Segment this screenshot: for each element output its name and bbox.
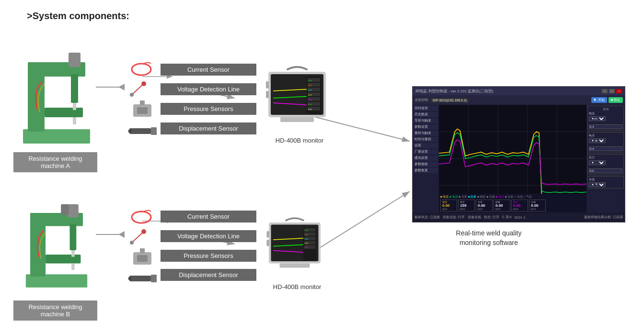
current-sensor-label-bottom: Current Sensor (161, 211, 256, 223)
svg-rect-76 (267, 231, 269, 238)
sw-nav-backup[interactable]: 参数恢复 (414, 168, 438, 173)
sw-nav-comm[interactable]: 通讯设置 (414, 156, 438, 161)
sw-group-displacement: 水温 ▼ 气压 (587, 176, 624, 189)
sw-current-input[interactable] (589, 124, 622, 129)
sw-start-btn[interactable]: ▶ 开始 (591, 97, 607, 103)
svg-rect-34 (140, 100, 145, 105)
svg-point-63 (141, 229, 146, 234)
pressure-sensor-icon-bottom (129, 248, 156, 267)
pressure-sensor-label-bottom: Pressure Sensors (161, 250, 256, 262)
svg-text:0.00: 0.00 (308, 89, 312, 91)
svg-rect-15 (45, 108, 83, 117)
sw-status-device: 设备信息: 打开 (443, 215, 465, 220)
svg-rect-23 (46, 255, 80, 263)
sw-nav-params[interactable]: 参数设置 (414, 124, 438, 130)
svg-rect-35 (129, 128, 151, 134)
sw-voltage-input[interactable] (589, 146, 622, 151)
sw-toolbar: 当前控制: IDP-8210(192.168.0.2) ▶ 开始 ■ 停止 (413, 95, 625, 105)
svg-line-62 (132, 232, 144, 243)
svg-rect-14 (71, 74, 78, 103)
svg-rect-78 (280, 264, 310, 268)
sw-nav-time[interactable]: 时间与量程 (414, 137, 438, 142)
sw-disp-select[interactable]: ▼ 气压 (589, 182, 606, 187)
svg-rect-66 (137, 255, 148, 262)
sw-stop-btn[interactable]: ■ 停止 (609, 97, 623, 103)
sw-status-bar: 服务状态: 已连接 设备信息: 打开 设备在线 状态: 打开 C 系:0 SCH… (413, 212, 625, 222)
monitor-bottom-label: HD-400B monitor (266, 283, 328, 290)
svg-text:0.00: 0.00 (308, 103, 312, 106)
sw-status-service: 服务状态: 已连接 (414, 215, 440, 220)
svg-point-61 (132, 212, 151, 223)
svg-text:3.00: 3.00 (305, 230, 308, 232)
welding-machine-a (13, 33, 100, 148)
machine-a-label: Resistance welding machine A (13, 152, 97, 172)
svg-rect-33 (137, 107, 148, 114)
displacement-sensor-icon-top (128, 123, 157, 138)
svg-rect-17 (73, 117, 76, 124)
sw-nav-trigger[interactable]: 导形与触发 (414, 118, 438, 123)
svg-rect-37 (128, 130, 131, 133)
svg-rect-67 (140, 248, 145, 253)
svg-rect-70 (128, 277, 131, 280)
sw-close-btn[interactable]: × (616, 89, 622, 93)
sw-nav-ok[interactable]: 设置 (414, 143, 438, 148)
displacement-sensor-label-bottom: Displacement Sensor (161, 269, 256, 281)
svg-text:0.00: 0.00 (308, 99, 312, 101)
svg-text:0.00: 0.00 (308, 108, 312, 111)
software-label: Real-time weld quality monitoring softwa… (441, 229, 537, 247)
svg-marker-7 (118, 231, 125, 238)
svg-marker-5 (118, 84, 125, 90)
sw-voltage-select[interactable]: ▼ div (589, 138, 606, 143)
svg-text:0.00: 0.00 (305, 243, 308, 245)
sw-status-right: 最新焊接结果分析: 已回调 (584, 215, 623, 220)
sw-nav-quality[interactable]: 量程与触发 (414, 131, 438, 136)
svg-text:0.00: 0.00 (305, 234, 308, 236)
svg-text:0.00: 0.00 (308, 84, 312, 87)
current-sensor-icon-top (127, 61, 156, 78)
sw-nav-check[interactable]: 参数验检 (414, 162, 438, 167)
svg-rect-77 (267, 240, 269, 246)
monitor-device-bottom: 3.00 0.00 0.00 0.00 0.00 (266, 214, 323, 278)
sw-nav-history[interactable]: 历史数据 (414, 112, 438, 117)
page-title: >System components: (27, 11, 129, 22)
svg-rect-16 (73, 103, 76, 110)
machine-b-label: Resistance welding machine B (13, 301, 97, 321)
welding-machine-b (13, 187, 100, 292)
sw-status-online: 设备在线 (468, 215, 481, 220)
pressure-sensor-icon-top (129, 100, 156, 120)
svg-rect-18 (69, 53, 80, 67)
svg-point-30 (141, 81, 146, 86)
svg-rect-25 (71, 263, 74, 270)
svg-rect-44 (266, 91, 269, 98)
sw-maximize-btn[interactable]: □ (609, 89, 615, 93)
sw-group-pressure: 压力 ▼ (587, 154, 624, 175)
svg-rect-36 (151, 127, 157, 135)
svg-text:3.00: 3.00 (308, 79, 312, 82)
svg-rect-24 (71, 250, 74, 257)
current-sensor-label-top: Current Sensor (161, 64, 256, 76)
svg-text:0.00: 0.00 (308, 94, 312, 96)
sw-status-sch: SCH: 1 (515, 216, 526, 219)
voltage-sensor-label-top: Voltage Detection Line (161, 83, 256, 95)
svg-text:0.00: 0.00 (305, 247, 308, 249)
sw-minimize-btn[interactable]: − (602, 89, 608, 93)
voltage-sensor-icon-bottom (127, 229, 156, 246)
svg-rect-45 (280, 117, 314, 122)
sw-nav-device[interactable]: 厂量设置 (414, 149, 438, 155)
svg-text:0.00: 0.00 (305, 238, 308, 240)
sw-pressure-input[interactable] (589, 168, 622, 173)
sw-current-select[interactable]: ▼mV/div (589, 116, 606, 121)
displacement-sensor-icon-bottom (128, 271, 157, 285)
sw-main-area: 实时波形 历史数据 导形与触发 参数设置 量程与触发 时间与量程 设置 厂量设置… (413, 105, 625, 212)
svg-rect-27 (61, 204, 69, 215)
pressure-sensor-label-top: Pressure Sensors (161, 103, 256, 115)
svg-rect-43 (266, 81, 269, 89)
sw-status-mode: C 系:0 (502, 215, 512, 220)
sw-nav-realtime[interactable]: 实时波形 (414, 106, 438, 111)
monitor-device-top: 3.00 0.00 0.00 0.00 0.00 0.00 0.00 (266, 62, 328, 134)
sw-titlebar: 焊电监-判型控制是 - ver 2.101 监测仪(二段型) − □ × (413, 87, 625, 95)
sw-status-ok: 状态: 打开 (484, 215, 499, 220)
sw-pressure-select[interactable]: ▼ (589, 160, 606, 165)
sw-group-auto: 自动 电流 ▼mV/div (587, 106, 624, 131)
current-sensor-icon-bottom (127, 209, 156, 226)
